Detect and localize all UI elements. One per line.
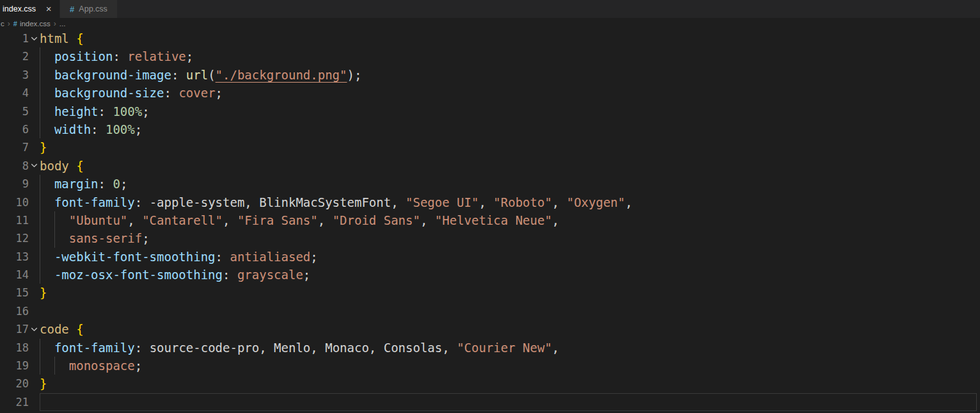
fold-spacer [29,193,40,211]
line-number: 10 [0,193,29,211]
gutter: 9 [0,175,40,193]
breadcrumb-item-file[interactable]: index.css [20,20,51,28]
line-number: 7 [0,138,29,156]
code-line-content[interactable]: -moz-osx-font-smoothing: grayscale; [40,266,980,284]
gutter: 20 [0,375,40,393]
code-line[interactable]: 8body { [0,157,980,175]
code-text: margin: 0; [40,177,127,191]
gutter: 14 [0,266,40,284]
code-line-content[interactable]: "Ubuntu", "Cantarell", "Fira Sans", "Dro… [40,211,980,229]
fold-spacer [29,102,40,120]
code-line[interactable]: 4 background-size: cover; [0,84,980,102]
fold-chevron-icon[interactable] [29,157,40,175]
code-line-content[interactable]: code { [40,320,980,338]
code-line-content[interactable]: height: 100%; [40,102,980,120]
fold-chevron-icon[interactable] [29,29,40,47]
code-text: monospace; [40,359,142,373]
line-number: 5 [0,102,29,120]
code-line-content[interactable] [40,302,980,320]
code-line[interactable]: 11 "Ubuntu", "Cantarell", "Fira Sans", "… [0,211,980,229]
gutter: 11 [0,211,40,229]
line-number: 19 [0,357,29,375]
line-number: 20 [0,375,29,393]
indent-guide [40,175,40,193]
code-text: width: 100%; [40,122,142,136]
fold-chevron-icon[interactable] [29,320,40,338]
indent-guide [40,120,40,138]
code-line-content[interactable]: background-image: url("./background.png"… [40,66,980,84]
code-line[interactable]: 19 monospace; [0,357,980,375]
code-line-content[interactable]: background-size: cover; [40,84,980,102]
code-line[interactable]: 16 [0,302,980,320]
tab-index-css[interactable]: index.css × [0,0,60,18]
code-line[interactable]: 6 width: 100%; [0,120,980,138]
fold-spacer [29,375,40,393]
gutter: 5 [0,102,40,120]
line-number: 15 [0,284,29,302]
code-text: } [40,286,47,300]
code-line[interactable]: 3 background-image: url("./background.pn… [0,66,980,84]
code-text: sans-serif; [40,231,150,245]
tab-bar: index.css × # App.css [0,0,980,18]
line-number: 18 [0,339,29,357]
code-line[interactable]: 10 font-family: -apple-system, BlinkMacS… [0,193,980,211]
code-line-content[interactable]: sans-serif; [40,229,980,247]
code-line[interactable]: 12 sans-serif; [0,229,980,247]
tab-label: index.css [3,4,36,13]
code-text: } [40,377,47,391]
indent-guide [40,47,40,65]
code-line[interactable]: 5 height: 100%; [0,102,980,120]
line-number: 9 [0,175,29,193]
code-line[interactable]: 1html { [0,29,980,47]
code-line[interactable]: 18 font-family: source-code-pro, Menlo, … [0,339,980,357]
code-line-content[interactable]: -webkit-font-smoothing: antialiased; [40,248,980,266]
code-text: font-family: source-code-pro, Menlo, Mon… [40,341,559,355]
code-line[interactable]: 9 margin: 0; [0,175,980,193]
gutter: 13 [0,248,40,266]
code-line-content[interactable]: html { [40,29,980,47]
gutter: 15 [0,284,40,302]
code-line-content[interactable]: monospace; [40,357,980,375]
fold-spacer [29,66,40,84]
code-editor[interactable]: 1html {2 position: relative;3 background… [0,29,980,411]
code-line[interactable]: 14 -moz-osx-font-smoothing: grayscale; [0,266,980,284]
code-line[interactable]: 13 -webkit-font-smoothing: antialiased; [0,248,980,266]
code-line-content[interactable]: } [40,375,980,393]
breadcrumb-item-folder[interactable]: c [1,20,4,28]
line-number: 2 [0,47,29,65]
breadcrumb-item-symbol[interactable]: ... [59,20,66,28]
code-line-content[interactable]: } [40,284,980,302]
indent-guide [40,229,40,247]
code-line-content[interactable]: body { [40,157,980,175]
indent-guide [40,66,40,84]
code-line-content[interactable]: font-family: source-code-pro, Menlo, Mon… [40,339,980,357]
indent-guide [54,211,55,229]
gutter: 3 [0,66,40,84]
indent-guide [40,211,40,229]
code-line[interactable]: 17code { [0,320,980,338]
code-line-content[interactable]: width: 100%; [40,120,980,138]
line-number: 13 [0,248,29,266]
code-line-content[interactable]: position: relative; [40,47,980,65]
code-line[interactable]: 15} [0,284,980,302]
line-number: 16 [0,302,29,320]
line-number: 14 [0,266,29,284]
fold-spacer [29,175,40,193]
css-file-icon: # [13,20,17,28]
code-line-content[interactable]: margin: 0; [40,175,980,193]
tab-app-css[interactable]: # App.css [60,0,118,18]
chevron-right-icon: › [8,19,10,28]
code-line-content[interactable] [40,393,980,411]
code-line[interactable]: 2 position: relative; [0,47,980,65]
line-number: 8 [0,157,29,175]
code-line[interactable]: 21 [0,393,980,411]
breadcrumb: c › # index.css › ... [0,18,980,29]
fold-spacer [29,248,40,266]
gutter: 6 [0,120,40,138]
code-line[interactable]: 7} [0,138,980,156]
gutter: 2 [0,47,40,65]
code-line-content[interactable]: } [40,138,980,156]
code-line-content[interactable]: font-family: -apple-system, BlinkMacSyst… [40,193,980,211]
code-line[interactable]: 20} [0,375,980,393]
close-icon[interactable]: × [43,4,54,14]
